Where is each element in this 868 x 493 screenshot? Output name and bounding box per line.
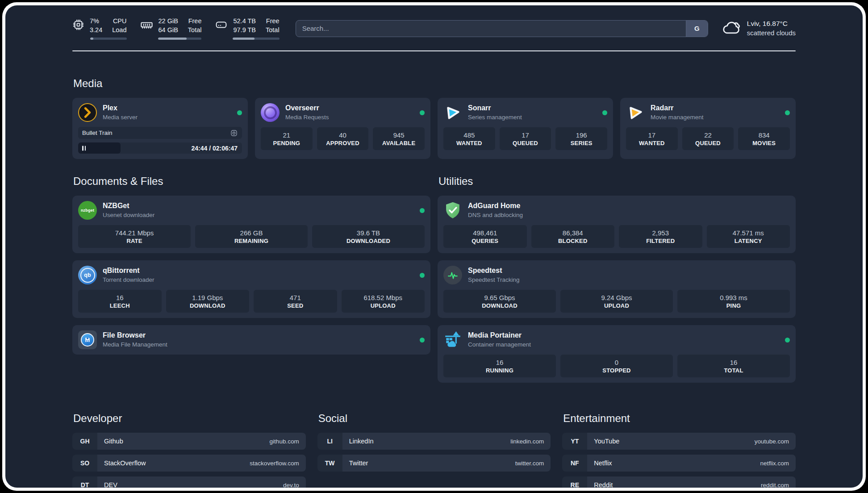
- stat-value: 618.52 Mbps: [343, 294, 423, 301]
- stat-label: TOTAL: [679, 367, 788, 374]
- stat-value: 22: [684, 131, 732, 139]
- stat-value: 485: [445, 131, 493, 139]
- link-abbr: NF: [562, 455, 587, 472]
- app-subtitle: Movie management: [651, 113, 704, 121]
- stat-queued: 22 QUEUED: [682, 127, 734, 150]
- app-card-filebrowser[interactable]: File Browser Media File Management: [72, 325, 430, 355]
- search-input[interactable]: [296, 20, 708, 37]
- app-card-sonarr[interactable]: Sonarr Series management 485 WANTED 17 Q…: [438, 98, 613, 159]
- app-subtitle: Media File Management: [103, 341, 167, 349]
- qbittorrent-icon: qb: [78, 266, 97, 284]
- stat-value: 17: [628, 131, 676, 139]
- status-online-dot: [420, 208, 425, 213]
- app-subtitle: Torrent downloader: [103, 276, 154, 284]
- stat-label: LATENCY: [709, 238, 789, 244]
- stat-label: PENDING: [263, 140, 311, 146]
- stat-value: 945: [375, 131, 423, 139]
- app-card-overseerr[interactable]: Overseerr Media Requests 21 PENDING 40 A…: [255, 98, 430, 159]
- search-engine-button[interactable]: G: [686, 21, 708, 37]
- disk-label-2: Total: [266, 26, 280, 35]
- stat-value: 16: [445, 359, 554, 366]
- stat-label: UPLOAD: [343, 302, 423, 309]
- stat-download: 9.65 Gbps DOWNLOAD: [443, 290, 556, 313]
- stat-label: UPLOAD: [562, 302, 671, 309]
- link-github[interactable]: GH Github github.com: [72, 433, 306, 450]
- now-playing-title: Bullet Train: [82, 130, 113, 136]
- weather-condition: scattered clouds: [747, 29, 796, 38]
- stat-label: MOVIES: [740, 140, 788, 146]
- stat-value: 9.65 Gbps: [445, 294, 554, 301]
- app-card-plex[interactable]: Plex Media server Bullet Train: [72, 98, 248, 159]
- stat-value: 86,384: [533, 229, 613, 237]
- stat-label: SEED: [255, 302, 335, 309]
- app-card-speedtest[interactable]: Speedtest Speedtest Tracking 9.65 Gbps D…: [438, 260, 796, 318]
- stat-download: 1.19 Gbps DOWNLOAD: [166, 290, 250, 313]
- link-netflix[interactable]: NF Netflix netflix.com: [562, 455, 796, 472]
- stat-available: 945 AVAILABLE: [373, 127, 425, 150]
- app-card-qbittorrent[interactable]: qb qBittorrent Torrent downloader 16: [72, 260, 430, 318]
- app-subtitle: Usenet downloader: [103, 211, 154, 219]
- status-online-dot: [237, 110, 242, 115]
- memory-total: 64 GiB: [159, 26, 178, 35]
- stat-movies: 834 MOVIES: [738, 127, 790, 150]
- stat-value: 39.6 TB: [314, 229, 423, 237]
- app-card-nzbget[interactable]: nzbget NZBGet Usenet downloader 744.21 M…: [72, 196, 430, 253]
- link-abbr: TW: [317, 455, 342, 472]
- disk-progress-track: [233, 38, 279, 40]
- stat-value: 471: [255, 294, 335, 301]
- cpu-label-1: CPU: [112, 17, 126, 26]
- stat-value: 47.571 ms: [709, 229, 789, 237]
- stat-label: DOWNLOADED: [314, 238, 423, 244]
- link-youtube[interactable]: YT YouTube youtube.com: [562, 433, 796, 450]
- stat-label: APPROVED: [319, 140, 367, 146]
- link-abbr: LI: [317, 433, 342, 450]
- link-name: Reddit: [594, 481, 613, 488]
- status-online-dot: [785, 338, 790, 343]
- adguard-icon: [443, 201, 462, 220]
- app-subtitle: Container management: [468, 341, 531, 349]
- stat-approved: 40 APPROVED: [317, 127, 369, 150]
- disk-stat: 52.4 TB 97.9 TB Free Total: [215, 17, 279, 40]
- link-url: netflix.com: [760, 460, 789, 467]
- radarr-icon: [626, 103, 645, 122]
- link-stackoverflow[interactable]: SO StackOverflow stackoverflow.com: [72, 455, 306, 472]
- app-name: Overseerr: [285, 104, 329, 113]
- link-twitter[interactable]: TW Twitter twitter.com: [317, 455, 551, 472]
- stat-label: QUEUED: [684, 140, 732, 146]
- stat-value: 498,461: [445, 229, 525, 237]
- app-name: Media Portainer: [468, 331, 531, 340]
- stat-pending: 21 PENDING: [261, 127, 313, 150]
- cpu-label-2: Load: [112, 26, 126, 35]
- stat-label: DOWNLOAD: [168, 302, 248, 309]
- stat-total: 16 TOTAL: [677, 355, 790, 377]
- app-card-radarr[interactable]: Radarr Movie management 17 WANTED 22 QUE…: [620, 98, 796, 159]
- app-card-portainer[interactable]: Media Portainer Container management 16 …: [438, 325, 796, 383]
- stat-label: REMAINING: [197, 238, 306, 244]
- nzbget-icon-text: nzbget: [81, 208, 94, 213]
- stat-downloaded: 39.6 TB DOWNLOADED: [312, 225, 425, 248]
- dashboard: 7% 3.24 CPU Load: [0, 0, 868, 493]
- stat-value: 2,953: [621, 229, 701, 237]
- link-linkedin[interactable]: LI LinkedIn linkedin.com: [317, 433, 551, 450]
- cpu-icon: [72, 19, 84, 33]
- dashboard-page: 7% 3.24 CPU Load: [5, 5, 863, 488]
- link-name: StackOverflow: [104, 460, 146, 467]
- section-title-utilities: Utilities: [438, 175, 796, 188]
- section-title-developer: Developer: [73, 412, 306, 425]
- pause-icon: [82, 146, 86, 150]
- section-title-entertainment: Entertainment: [563, 412, 796, 425]
- filebrowser-icon: [78, 330, 97, 349]
- stat-label: SERIES: [557, 140, 605, 146]
- link-abbr: RE: [562, 476, 587, 488]
- app-name: Radarr: [651, 104, 704, 113]
- disk-label-1: Free: [266, 17, 280, 26]
- section-title-media: Media: [73, 77, 796, 90]
- weather-location: Lviv, 16.87°C: [747, 19, 796, 29]
- link-reddit[interactable]: RE Reddit reddit.com: [562, 476, 796, 488]
- stat-wanted: 485 WANTED: [443, 127, 495, 150]
- cpu-progress-fill: [90, 38, 93, 40]
- app-card-adguard[interactable]: AdGuard Home DNS and adblocking 498,461 …: [438, 196, 796, 253]
- playback-progress-bar[interactable]: 24:44 / 02:06:47: [78, 142, 242, 154]
- link-name: LinkedIn: [349, 438, 374, 445]
- link-dev[interactable]: DT DEV dev.to: [72, 476, 306, 488]
